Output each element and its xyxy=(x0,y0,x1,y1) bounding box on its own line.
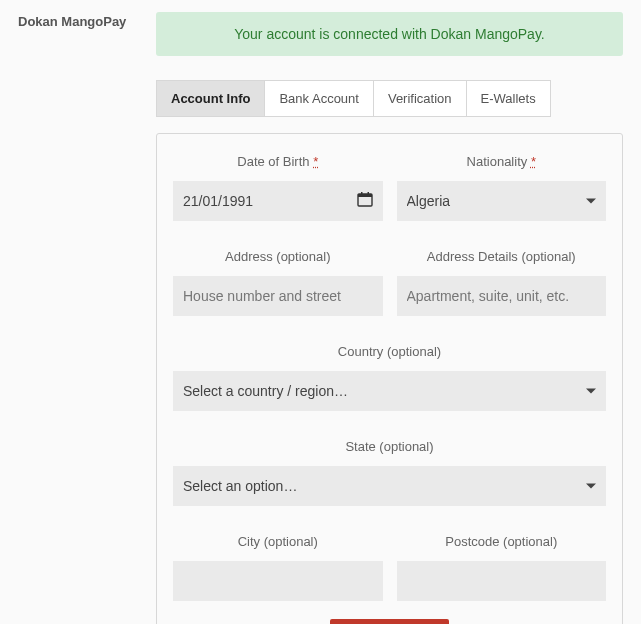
dob-input[interactable] xyxy=(173,181,383,221)
city-label: City (optional) xyxy=(238,534,318,549)
tab-bank-account[interactable]: Bank Account xyxy=(264,80,374,117)
state-label: State (optional) xyxy=(345,439,433,454)
country-label: Country (optional) xyxy=(338,344,441,359)
page-title: Dokan MangoPay xyxy=(18,12,148,624)
tab-ewallets[interactable]: E-Wallets xyxy=(466,80,551,117)
disconnect-button[interactable]: Disconnect xyxy=(330,619,449,624)
account-info-form: Date of Birth * Nationality * xyxy=(156,133,623,624)
address-details-input[interactable] xyxy=(397,276,607,316)
state-select[interactable]: Select an option… xyxy=(173,466,606,506)
address-label: Address (optional) xyxy=(225,249,331,264)
address-input[interactable] xyxy=(173,276,383,316)
city-input[interactable] xyxy=(173,561,383,601)
postcode-label: Postcode (optional) xyxy=(445,534,557,549)
tab-account-info[interactable]: Account Info xyxy=(156,80,265,117)
tab-verification[interactable]: Verification xyxy=(373,80,467,117)
nationality-label: Nationality * xyxy=(467,154,536,169)
address-details-label: Address Details (optional) xyxy=(427,249,576,264)
nationality-select[interactable]: Algeria xyxy=(397,181,607,221)
required-mark: * xyxy=(313,154,318,169)
tabs: Account Info Bank Account Verification E… xyxy=(156,80,623,117)
status-alert: Your account is connected with Dokan Man… xyxy=(156,12,623,56)
country-select[interactable]: Select a country / region… xyxy=(173,371,606,411)
required-mark: * xyxy=(531,154,536,169)
postcode-input[interactable] xyxy=(397,561,607,601)
dob-label: Date of Birth * xyxy=(237,154,318,169)
